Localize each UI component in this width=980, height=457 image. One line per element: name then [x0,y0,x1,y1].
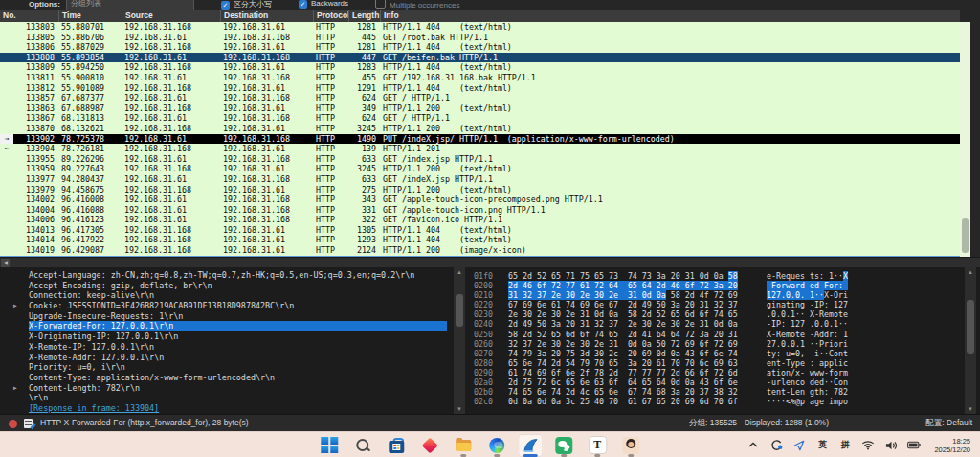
packet-row[interactable]: 13397994.458675192.168.31.168192.168.31.… [0,185,960,195]
ime-language-indicator[interactable]: 英 [815,439,829,452]
packet-row[interactable]: 13400496.416088192.168.31.61192.168.31.1… [0,205,960,216]
packet-row[interactable]: 13380655.887029192.168.31.168192.168.31.… [0,42,960,53]
packet-row[interactable]: 13381155.900810192.168.31.61192.168.31.1… [0,73,960,83]
wifi-icon[interactable] [861,439,875,452]
packet-row[interactable]: ←13390478.726181192.168.31.168192.168.31… [0,144,960,154]
backwards-checkbox[interactable]: ✓Backwards [299,0,348,9]
hex-row[interactable]: 028065 6e 74 2d 54 79 70 65 3a 20 61 70 … [467,358,963,368]
taskbar-folder-icon[interactable] [451,434,476,457]
packet-row[interactable]: 13401996.429087192.168.31.168192.168.31.… [0,245,960,256]
taskbar-store-icon[interactable] [384,434,409,457]
detail-field-row[interactable]: X-Remote-IP: 127.0.0.1\r\n [0,342,453,353]
system-tray: 英 拼 18:25 2025/12/20 [746,432,980,457]
scroll-up-arrow-icon[interactable]: ▲ [454,267,465,277]
detail-scrollbar[interactable]: ▲ ▼ [454,267,465,414]
hex-row[interactable]: 021031 32 37 2e 30 2e 30 2e 31 0d 0a 58 … [467,290,963,300]
hex-row[interactable]: 02c00d 0a 0d 0a 3c 25 40 70 61 67 65 20 … [467,397,963,406]
hex-scrollbar[interactable]: ▲ ▼ [965,267,976,414]
scrollbar-thumb[interactable] [967,300,974,354]
hex-row[interactable]: 02002d 46 6f 72 77 61 72 64 65 64 2d 46 … [467,281,963,290]
packet-row[interactable]: 13386367.688987192.168.31.168192.168.31.… [0,103,960,114]
column-header-info[interactable]: Info [381,10,960,22]
search-scope-dropdown[interactable]: 分组列表 [66,0,194,10]
expander-icon[interactable]: ▶ [13,301,17,311]
packet-row[interactable]: 13395989.227643192.168.31.168192.168.31.… [0,164,960,174]
taskbar-avatar-icon[interactable] [618,434,643,457]
scroll-up-arrow-icon[interactable]: ▲ [965,267,976,277]
hex-row[interactable]: 022067 69 6e 61 74 69 6e 67 2d 49 50 3a … [467,300,963,309]
detail-field-row[interactable]: X-Remote-Addr: 127.0.0.1\r\n [0,353,453,363]
packet-row[interactable]: 13401396.417305192.168.31.168192.168.31.… [0,225,960,236]
battery-icon[interactable] [907,439,921,452]
taskbar-start-icon[interactable] [317,434,342,457]
packet-row[interactable]: 13381255.901089192.168.31.168192.168.31.… [0,83,960,94]
packet-row[interactable]: 13395589.226296192.168.31.61192.168.31.1… [0,154,960,165]
column-header-destination[interactable]: Destination [221,10,314,22]
hex-row[interactable]: 02402d 49 50 3a 20 31 32 37 2e 30 2e 30 … [467,319,963,329]
hex-row[interactable]: 027074 79 3a 20 75 3d 30 2c 20 69 0d 0a … [467,349,963,358]
case-sensitive-checkbox[interactable]: ✓区分大小写 [221,0,272,10]
detail-field-row[interactable]: X-Forwarded-For: 127.0.0.1\r\n [0,321,453,331]
taskbar-search-icon[interactable] [350,434,375,457]
taskbar-clock[interactable]: 18:25 2025/12/20 [934,437,970,454]
taskbar-diamond-icon[interactable] [417,434,442,457]
hex-row[interactable]: 01f065 2d 52 65 71 75 65 73 74 73 3a 20 … [467,271,963,281]
tray-chevron-up-icon[interactable] [746,439,760,452]
packet-row[interactable]: 13400296.416008192.168.31.61192.168.31.1… [0,194,960,205]
packet-row[interactable]: 13397794.280437192.168.31.61192.168.31.1… [0,174,960,185]
packet-row[interactable]: 13387068.132621192.168.31.168192.168.31.… [0,124,960,134]
detail-generated-link[interactable]: [Response in frame: 133904] [0,403,453,414]
hex-row[interactable]: 02a02d 75 72 6c 65 6e 63 6f 64 65 64 0d … [467,377,963,387]
hex-row[interactable]: 025058 2d 52 65 6d 6f 74 65 2d 41 64 64 … [467,330,963,339]
detail-field-row[interactable]: ▶Content-Length: 782\r\n [0,383,453,394]
detail-field-row[interactable]: \r\n [0,393,453,403]
expert-info-icon[interactable] [9,420,17,428]
packet-row[interactable]: →13390278.725378192.168.31.61192.168.31.… [0,134,960,145]
sync-icon[interactable] [769,439,783,452]
volume-icon[interactable] [884,439,898,452]
store-glyph [388,437,405,454]
hex-row[interactable]: 02b074 65 6e 74 2d 4c 65 6e 67 74 68 3a … [467,387,963,397]
hex-row[interactable]: 02302e 30 2e 30 2e 31 0d 0a 58 2d 52 65 … [467,309,963,319]
taskbar-typora-icon[interactable]: T [585,434,610,457]
packet-list-header: No.TimeSourceDestinationProtocolLengthIn… [0,10,960,22]
profile-status[interactable]: 配置: Default [925,415,972,431]
hex-row[interactable]: 029061 74 69 6f 6e 2f 78 2d 77 77 77 2d … [467,368,963,377]
detail-field-row[interactable]: Accept-Language: zh-CN,zh;q=0.8,zh-TW;q=… [0,270,453,281]
expander-icon[interactable]: ▶ [13,383,17,394]
scrollbar-thumb[interactable] [456,294,463,327]
packet-row[interactable]: 13380555.886706192.168.31.61192.168.31.1… [0,33,960,43]
taskbar-wireshark-icon[interactable] [518,434,543,457]
capture-comment-icon[interactable] [24,419,33,428]
ime-mode-indicator[interactable]: 拼 [838,439,852,452]
packet-row[interactable]: 13386768.131813192.168.31.61192.168.31.1… [0,113,960,124]
detail-field-row[interactable]: Connection: keep-alive\r\n [0,290,453,301]
packet-row[interactable]: 13380355.880701192.168.31.168192.168.31.… [0,22,960,33]
detail-field-row[interactable]: Priority: u=0, i\r\n [0,362,453,373]
detail-field-row[interactable]: ▶Cookie: JSESSIONID=3F426B8219ACAB91DF13… [0,301,453,311]
detail-field-row[interactable]: X-Originating-IP: 127.0.0.1\r\n [0,331,453,342]
column-header-length[interactable]: Length [349,10,381,22]
packet-list-scrollbar[interactable] [960,22,970,257]
packet-row[interactable]: 13385767.687377192.168.31.61192.168.31.1… [0,93,960,103]
column-header-source[interactable]: Source [122,10,221,22]
hex-row[interactable]: 026032 37 2e 30 2e 30 2e 31 0d 0a 50 72 … [467,339,963,349]
scroll-left-arrow-icon[interactable]: ◀ [1,259,10,267]
detail-field-row[interactable]: Upgrade-Insecure-Requests: 1\r\n [0,311,453,322]
scrollbar-thumb[interactable] [962,218,969,253]
taskbar-edge-icon[interactable] [484,434,509,457]
scroll-down-arrow-icon[interactable]: ▼ [965,404,976,414]
taskbar-wechat-icon[interactable] [551,434,576,457]
packet-row[interactable]: 13380955.894250192.168.31.168192.168.31.… [0,62,960,73]
packet-row[interactable]: 13400696.416123192.168.31.61192.168.31.1… [0,215,960,225]
column-header-protocol[interactable]: Protocol [314,10,349,22]
scroll-down-arrow-icon[interactable]: ▼ [454,404,465,414]
packet-row[interactable]: 13380855.893854192.168.31.61192.168.31.1… [0,53,960,63]
column-header-time[interactable]: Time [59,10,122,22]
packet-row[interactable]: 13401496.417922192.168.31.168192.168.31.… [0,235,960,245]
detail-field-row[interactable]: Accept-Encoding: gzip, deflate, br\r\n [0,281,453,291]
detail-field-row[interactable]: Content-Type: application/x-www-form-url… [0,373,453,383]
multiple-occurrences-checkbox[interactable]: Multiple occurrences [375,0,459,10]
column-header-no[interactable]: No. [0,10,59,22]
nearby-share-icon[interactable] [792,439,806,452]
